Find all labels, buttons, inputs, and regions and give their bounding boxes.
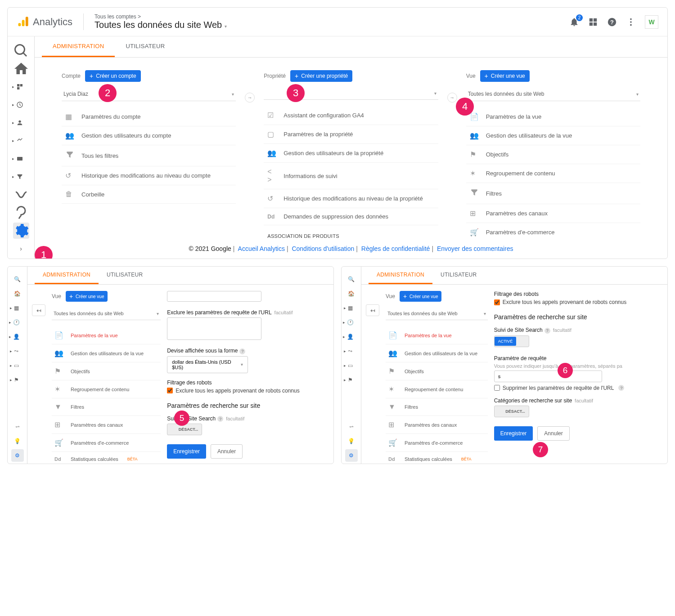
view-select[interactable]: Toutes les données du site Web▾ [466,87,640,101]
realtime-icon[interactable]: ▸🕐 [345,316,358,329]
attribution-icon[interactable] [13,187,29,203]
attribution-icon[interactable]: ⥋ [345,420,358,433]
arrow-right-icon[interactable]: → [447,93,457,103]
view-settings[interactable]: 📄Paramètres de la vue [466,107,640,126]
ecommerce-settings[interactable]: 🛒Paramètres d'e-commerce [466,223,640,239]
conversions-icon[interactable]: ▸⚑ [345,374,358,386]
arrow-right-icon[interactable]: → [245,93,255,103]
behavior-icon[interactable]: ▸▭ [11,359,24,372]
realtime-icon[interactable]: ▸🕐 [11,316,24,329]
admin-icon[interactable] [13,223,29,239]
filters[interactable]: ▼Filtres [386,398,488,416]
track-toggle-off[interactable]: DÉSACT... [167,424,202,435]
avatar[interactable]: W [645,15,658,29]
account-settings[interactable]: ▦Paramètres du compte [62,107,236,126]
behavior-icon[interactable]: ▸▭ [345,359,358,372]
account-trash[interactable]: 🗑Corbeille [62,185,236,204]
home-icon[interactable]: 🏠 [11,287,24,300]
attribution-icon[interactable]: ⥋ [11,420,24,433]
goals[interactable]: ⚑Objectifs [466,145,640,164]
filters[interactable]: ▼Filtres [52,398,161,416]
discover-icon[interactable] [13,205,29,221]
tab-user[interactable]: UTILISATEUR [115,36,176,57]
calc-metrics[interactable]: DdStatistiques calculéesBÊTA [386,452,488,464]
strip-checkbox[interactable]: Supprimer les paramètres de requête de l… [494,385,662,391]
help-icon[interactable]: ? [607,17,617,27]
channel-settings[interactable]: ⊞Paramètres des canaux [466,204,640,223]
account-filters[interactable]: Tous les filtres [62,145,236,166]
create-property-button[interactable]: Créer une propriété [290,70,352,82]
goals[interactable]: ⚑Objectifs [52,362,161,380]
admin-icon[interactable]: ⚙ [11,449,24,462]
footer-terms[interactable]: Conditions d'utilisation [292,245,354,252]
search-icon[interactable]: 🔍 [11,273,24,286]
tab-user[interactable]: UTILISATEUR [432,267,485,284]
tab-admin[interactable]: ADMINISTRATION [369,267,432,284]
collapse-icon[interactable]: › [13,241,29,257]
footer-home[interactable]: Accueil Analytics [238,245,285,252]
conversions-icon[interactable]: ▸⚑ [11,374,24,386]
audience-icon[interactable]: ▸👤 [345,330,358,343]
calc-metrics[interactable]: DdStatistiques calculéesBÊTA [52,452,161,464]
create-view-button[interactable]: Créer une vue [66,291,108,302]
cancel-button[interactable]: Annuler [537,426,569,441]
channel-settings[interactable]: ⊞Paramètres des canaux [386,416,488,434]
property-settings[interactable]: ▢Paramètres de la propriété [264,125,438,144]
breadcrumb[interactable]: Tous les comptes > Toutes les données du… [83,13,227,30]
account-select[interactable]: Lycia Diaz▾ [62,87,236,101]
conversions-icon[interactable]: ▸ [13,169,29,185]
acquisition-icon[interactable]: ▸⤳ [11,345,24,357]
acquisition-icon[interactable]: ▸ [13,133,29,149]
content-grouping[interactable]: ✶Regroupement de contenu [52,380,161,398]
home-icon[interactable]: 🏠 [345,287,358,300]
bot-checkbox[interactable]: Exclure tous les appels provenant de rob… [167,388,324,394]
ga4-assistant[interactable]: ☑Assistant de configuration GA4 [264,106,438,125]
param-input[interactable] [494,370,602,382]
channel-settings[interactable]: ⊞Paramètres des canaux [52,416,161,434]
account-users[interactable]: 👥Gestion des utilisateurs du compte [62,126,236,145]
currency-select[interactable]: dollar des États-Unis (USD $US)▾ [167,356,248,373]
home-icon[interactable] [13,61,29,77]
view-users[interactable]: 👥Gestion des utilisateurs de la vue [386,344,488,362]
bot-checkbox[interactable]: Exclure tous les appels provenant de rob… [494,299,662,305]
realtime-icon[interactable]: ▸ [13,97,29,113]
discover-icon[interactable]: 💡 [345,435,358,447]
discover-icon[interactable]: 💡 [11,435,24,447]
cat-toggle-off[interactable]: DÉSACT... [494,406,529,417]
track-toggle-on[interactable]: ACTIVÉ [494,335,529,347]
back-button[interactable]: ↤ [366,304,379,316]
account-history[interactable]: ↺Historique des modifications au niveau … [62,166,236,185]
save-button[interactable]: Enregistrer [167,444,206,459]
data-deletion[interactable]: DdDemandes de suppression des données [264,208,438,225]
exclude-field[interactable] [167,317,261,340]
ecommerce-settings[interactable]: 🛒Paramètres d'e-commerce [52,434,161,452]
view-users[interactable]: 👥Gestion des utilisateurs de la vue [52,344,161,362]
view-select[interactable]: Toutes les données du site Web▾ [386,307,488,320]
filters[interactable]: Filtres [466,183,640,204]
create-account-button[interactable]: Créer un compte [85,70,141,82]
notifications-icon[interactable]: 2 [569,17,579,27]
view-select[interactable]: Toutes les données du site Web▾ [52,307,161,320]
save-button[interactable]: Enregistrer [494,426,533,441]
cancel-button[interactable]: Annuler [211,444,243,459]
back-button[interactable]: ↤ [32,304,45,316]
customization-icon[interactable]: ▸ [13,79,29,95]
acquisition-icon[interactable]: ▸⤳ [345,345,358,357]
view-settings[interactable]: 📄Paramètres de la vue [52,326,161,344]
tab-user[interactable]: UTILISATEUR [99,267,151,284]
admin-icon[interactable]: ⚙ [345,449,358,462]
audience-icon[interactable]: ▸ [13,115,29,131]
footer-feedback[interactable]: Envoyer des commentaires [437,245,513,252]
property-history[interactable]: ↺Historique des modifications au niveau … [264,189,438,208]
search-icon[interactable]: 🔍 [345,273,358,286]
content-grouping[interactable]: ✶Regroupement de contenu [466,164,640,183]
tab-admin[interactable]: ADMINISTRATION [35,267,99,284]
view-users[interactable]: 👥Gestion des utilisateurs de la vue [466,126,640,145]
tracking-info[interactable]: < >Informations de suivi [264,163,438,189]
ecommerce-settings[interactable]: 🛒Paramètres d'e-commerce [386,434,488,452]
content-grouping[interactable]: ✶Regroupement de contenu [386,380,488,398]
customization-icon[interactable]: ▸▦ [345,302,358,314]
create-view-button[interactable]: Créer une vue [400,291,442,302]
url-id-field[interactable] [167,291,261,302]
behavior-icon[interactable]: ▸ [13,151,29,167]
